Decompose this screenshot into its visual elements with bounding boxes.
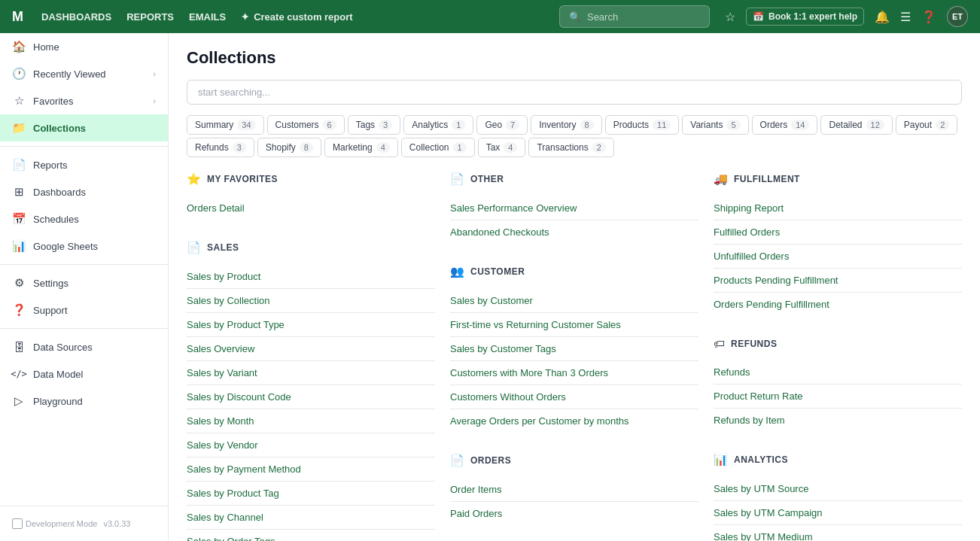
link-shipping-report[interactable]: Shipping Report [714, 196, 962, 220]
link-sales-performance-overview[interactable]: Sales Performance Overview [450, 196, 698, 220]
book-expert-button[interactable]: 📅 Book 1:1 expert help [746, 8, 864, 26]
tab-shopify[interactable]: Shopify8 [257, 138, 321, 157]
link-sales-by-utm-medium[interactable]: Sales by UTM Medium [714, 525, 962, 541]
data-sources-icon: 🗄 [12, 340, 26, 354]
link-fulfilled-orders[interactable]: Fulfilled Orders [714, 220, 962, 245]
sidebar-item-schedules[interactable]: 📅 Schedules [0, 205, 168, 233]
link-sales-by-product-type[interactable]: Sales by Product Type [187, 313, 435, 337]
sidebar-item-support[interactable]: ❓ Support [0, 296, 168, 324]
tab-refunds[interactable]: Refunds3 [187, 138, 254, 157]
tab-badge: 8 [580, 120, 594, 130]
nav-reports[interactable]: REPORTS [126, 11, 174, 23]
tab-badge: 7 [506, 120, 519, 130]
link-orders-detail[interactable]: Orders Detail [187, 196, 435, 220]
user-avatar[interactable]: ET [947, 6, 968, 27]
link-sales-by-customer[interactable]: Sales by Customer [450, 289, 698, 313]
sidebar-footer: Development Mode v3.0.33 [0, 506, 168, 541]
list-icon[interactable]: ☰ [900, 10, 911, 24]
tab-transactions[interactable]: Transactions2 [528, 138, 613, 157]
section-orders: 📄ORDERSOrder ItemsPaid Orders [450, 454, 698, 525]
link-sales-by-payment-method[interactable]: Sales by Payment Method [187, 457, 435, 482]
sidebar-divider-3 [0, 328, 168, 329]
tab-orders[interactable]: Orders14 [752, 115, 818, 135]
tab-badge: 11 [653, 120, 671, 130]
link-customers-without-orders[interactable]: Customers Without Orders [450, 385, 698, 409]
schedules-icon: 📅 [12, 212, 26, 226]
col3: 🚚FULFILLMENTShipping ReportFulfilled Ord… [714, 172, 962, 541]
search-input[interactable]: 🔍 Search [559, 5, 710, 28]
link-sales-by-utm-source[interactable]: Sales by UTM Source [714, 477, 962, 501]
tab-geo[interactable]: Geo7 [476, 115, 528, 135]
tab-label: Shopify [266, 142, 296, 153]
tab-badge: 14 [791, 120, 809, 130]
tab-marketing[interactable]: Marketing4 [324, 138, 398, 157]
sidebar-item-collections[interactable]: 📁 Collections [0, 114, 168, 141]
tab-collection[interactable]: Collection1 [401, 138, 475, 157]
dev-mode-toggle[interactable]: Development Mode [12, 518, 97, 529]
sidebar-item-dashboards[interactable]: ⊞ Dashboards [0, 178, 168, 205]
dashboards-icon: ⊞ [12, 185, 26, 199]
sidebar-item-home[interactable]: 🏠 Home [0, 33, 168, 60]
link-refunds-by-item[interactable]: Refunds by Item [714, 409, 962, 432]
tab-label: Inventory [539, 120, 576, 130]
link-abandoned-checkouts[interactable]: Abandoned Checkouts [450, 220, 698, 244]
tab-detailed[interactable]: Detailed12 [820, 115, 892, 135]
collections-search-input[interactable] [187, 80, 962, 105]
link-first-time-vs-returning-customer-sales[interactable]: First-time vs Returning Customer Sales [450, 313, 698, 337]
tab-tax[interactable]: Tax4 [478, 138, 526, 157]
sidebar-item-favorites[interactable]: ☆ Favorites › [0, 87, 168, 114]
star-icon[interactable]: ☆ [725, 10, 735, 24]
link-paid-orders[interactable]: Paid Orders [450, 502, 698, 525]
sidebar-item-recently-viewed[interactable]: 🕐 Recently Viewed › [0, 60, 168, 87]
tab-tags[interactable]: Tags3 [348, 115, 400, 135]
link-unfulfilled-orders[interactable]: Unfulfilled Orders [714, 245, 962, 269]
sidebar-item-data-sources[interactable]: 🗄 Data Sources [0, 333, 168, 360]
link-sales-by-month[interactable]: Sales by Month [187, 409, 435, 433]
logo[interactable]: M [12, 9, 23, 25]
tab-products[interactable]: Products11 [605, 115, 680, 135]
top-nav-actions: ☆ 📅 Book 1:1 expert help 🔔 ☰ ❓ ET [725, 6, 968, 27]
tab-inventory[interactable]: Inventory8 [531, 115, 601, 135]
tab-customers[interactable]: Customers6 [267, 115, 345, 135]
my-favorites-icon: ⭐ [187, 172, 201, 186]
notifications-icon[interactable]: 🔔 [875, 10, 890, 24]
sidebar-item-playground[interactable]: ▷ Playground [0, 388, 168, 415]
page-title: Collections [187, 48, 962, 68]
sidebar-item-data-model[interactable]: </> Data Model [0, 360, 168, 388]
link-sales-by-collection[interactable]: Sales by Collection [187, 289, 435, 313]
home-icon: 🏠 [12, 40, 26, 53]
link-sales-by-channel[interactable]: Sales by Channel [187, 506, 435, 530]
create-custom-report-button[interactable]: ✦ Create custom report [241, 11, 352, 23]
link-orders-pending-fulfillment[interactable]: Orders Pending Fulfillment [714, 293, 962, 316]
link-sales-by-variant[interactable]: Sales by Variant [187, 361, 435, 385]
sidebar-item-reports[interactable]: 📄 Reports [0, 151, 168, 178]
link-products-pending-fulfillment[interactable]: Products Pending Fulfillment [714, 269, 962, 293]
tab-summary[interactable]: Summary34 [187, 115, 264, 135]
link-sales-by-product-tag[interactable]: Sales by Product Tag [187, 482, 435, 506]
link-sales-by-order-tags[interactable]: Sales by Order Tags [187, 530, 435, 541]
link-sales-by-vendor[interactable]: Sales by Vendor [187, 433, 435, 457]
tab-badge: 3 [379, 120, 392, 130]
link-sales-by-customer-tags[interactable]: Sales by Customer Tags [450, 337, 698, 361]
help-icon[interactable]: ❓ [921, 10, 936, 24]
tab-label: Marketing [333, 142, 373, 153]
tab-payout[interactable]: Payout2 [896, 115, 957, 135]
link-sales-overview[interactable]: Sales Overview [187, 337, 435, 361]
tab-analytics[interactable]: Analytics1 [403, 115, 473, 135]
tab-variants[interactable]: Variants5 [682, 115, 748, 135]
nav-emails[interactable]: EMAILS [189, 11, 226, 23]
sidebar-item-settings[interactable]: ⚙ Settings [0, 269, 168, 296]
sidebar-divider-1 [0, 146, 168, 147]
sales-icon: 📄 [187, 241, 201, 254]
sidebar-item-google-sheets[interactable]: 📊 Google Sheets [0, 233, 168, 260]
link-sales-by-product[interactable]: Sales by Product [187, 265, 435, 289]
link-order-items[interactable]: Order Items [450, 478, 698, 502]
tab-label: Geo [485, 120, 502, 130]
link-average-orders-per-customer-by-months[interactable]: Average Orders per Customer by months [450, 409, 698, 433]
link-customers-with-more-than-3-orders[interactable]: Customers with More Than 3 Orders [450, 361, 698, 385]
nav-dashboards[interactable]: DASHBOARDS [41, 11, 111, 23]
link-sales-by-utm-campaign[interactable]: Sales by UTM Campaign [714, 501, 962, 525]
link-sales-by-discount-code[interactable]: Sales by Discount Code [187, 385, 435, 409]
link-refunds[interactable]: Refunds [714, 360, 962, 384]
link-product-return-rate[interactable]: Product Return Rate [714, 384, 962, 409]
